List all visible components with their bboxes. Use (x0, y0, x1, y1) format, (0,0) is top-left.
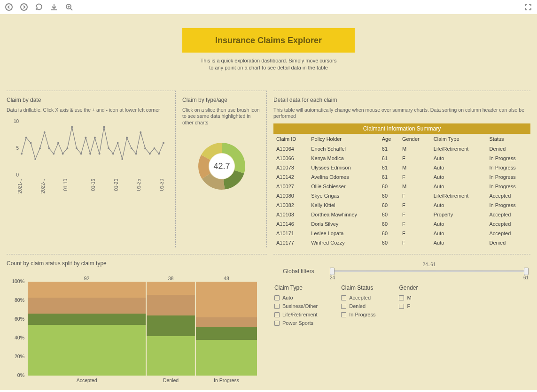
filter-option[interactable]: Power Sports (274, 320, 318, 326)
line-chart[interactable]: 05102021-..2022-..01-1001-1501-2001-2501… (7, 118, 166, 198)
filter-claim-type: Claim Type AutoBusiness/OtherLife/Retire… (274, 284, 318, 329)
fullscreen-icon[interactable] (524, 3, 532, 11)
panel-hint: This table will automatically change whe… (273, 107, 530, 120)
slider-label: Global filters (283, 268, 320, 275)
svg-text:42.7: 42.7 (213, 161, 230, 170)
svg-point-29 (126, 137, 128, 139)
svg-rect-63 (147, 282, 195, 295)
svg-point-13 (53, 153, 54, 155)
svg-text:60%: 60% (15, 316, 24, 322)
svg-point-28 (121, 158, 123, 160)
mekko-chart[interactable]: 0%20%40%60%80%100%92Accepted38Denied48In… (7, 274, 260, 387)
filter-option[interactable]: F (399, 303, 418, 309)
svg-point-16 (66, 147, 68, 149)
svg-text:Accepted: Accepted (77, 377, 97, 383)
svg-point-17 (71, 126, 73, 128)
svg-point-35 (154, 147, 156, 149)
svg-point-0 (6, 4, 12, 10)
svg-text:Denied: Denied (163, 377, 179, 383)
checkbox-icon (399, 295, 404, 300)
table-row[interactable]: A10080Skye Grigas60FLife/RetirementAccep… (273, 191, 530, 200)
title-ribbon: Insurance Claims Explorer (182, 28, 355, 53)
table-row[interactable]: A10066Kenya Modica61FAutoIn Progress (273, 154, 530, 163)
filter-option[interactable]: Business/Other (274, 303, 318, 309)
back-icon[interactable] (5, 3, 13, 11)
download-icon[interactable] (50, 3, 58, 11)
checkbox-icon (341, 312, 346, 317)
svg-text:In Progress: In Progress (214, 377, 239, 383)
table-row[interactable]: A10177Winfred Cozzy60FAutoDenied (273, 238, 530, 247)
table-row[interactable]: A10027Ollie Schiesser60MAutoIn Progress (273, 182, 530, 191)
svg-point-10 (39, 147, 41, 149)
filter-option[interactable]: Auto (274, 295, 318, 300)
svg-point-37 (163, 142, 164, 144)
svg-text:01-15: 01-15 (91, 179, 96, 191)
filter-option[interactable]: Accepted (341, 295, 375, 300)
panel-hint: Data is drillable. Click X axis & use th… (7, 107, 170, 114)
svg-rect-57 (28, 282, 146, 298)
svg-point-34 (149, 153, 151, 155)
svg-point-9 (34, 158, 36, 160)
col-header[interactable]: Policy Holder (308, 134, 379, 144)
svg-point-11 (44, 131, 46, 133)
svg-point-19 (80, 153, 82, 155)
svg-text:48: 48 (224, 276, 229, 281)
checkbox-icon (274, 295, 280, 300)
panel-claim-by-date: Claim by date Data is drillable. Click X… (7, 91, 176, 247)
table-row[interactable]: A10073Ulysses Edmison61MAutoIn Progress (273, 163, 530, 172)
filter-option[interactable]: Denied (341, 303, 375, 309)
table-row[interactable]: A10142Avelina Odomes61FAutoIn Progress (273, 172, 530, 182)
col-header[interactable]: Claim ID (273, 134, 308, 144)
svg-text:5: 5 (16, 146, 19, 151)
page-subtitle: This is a quick exploration dashboard. S… (7, 57, 530, 72)
svg-rect-69 (196, 282, 257, 317)
zoom-icon[interactable] (65, 3, 73, 11)
svg-point-23 (99, 153, 101, 155)
svg-text:20%: 20% (15, 354, 24, 359)
panel-filters: Global filters 24..61 24 61 Claim Type A… (273, 254, 530, 388)
table-row[interactable]: A10171Leslee Lopata60FAutoAccepted (273, 229, 530, 238)
svg-text:2022-..: 2022-.. (40, 179, 46, 193)
checkbox-icon (341, 295, 346, 300)
panel-type-age: Claim by type/age Click on a slice then … (182, 91, 267, 247)
page-title: Insurance Claims Explorer (215, 36, 322, 46)
svg-point-6 (21, 153, 23, 155)
col-header[interactable]: Status (486, 134, 530, 144)
claims-table[interactable]: Claim IDPolicy HolderAgeGenderClaim Type… (273, 134, 530, 247)
svg-text:80%: 80% (15, 297, 24, 303)
svg-rect-62 (147, 295, 195, 315)
svg-point-15 (62, 153, 64, 155)
svg-point-26 (112, 153, 114, 155)
svg-point-33 (144, 147, 146, 149)
filter-claim-status: Claim Status AcceptedDeniedIn Progress (341, 284, 375, 329)
refresh-icon[interactable] (35, 3, 43, 11)
age-slider[interactable]: 24..61 24 61 (330, 265, 529, 278)
filter-option[interactable]: M (399, 295, 418, 300)
svg-point-22 (94, 137, 96, 139)
table-row[interactable]: A10146Doris Silvey60FAutoAccepted (273, 219, 530, 229)
svg-point-36 (158, 153, 160, 155)
svg-rect-56 (28, 298, 146, 314)
table-row[interactable]: A10103Dorthea Mawhinney60FPropertyAccept… (273, 210, 530, 219)
col-header[interactable]: Claim Type (431, 134, 487, 144)
col-header[interactable]: Age (379, 134, 399, 144)
panel-title: Claim by type/age (182, 97, 261, 103)
panel-detail: Detail data for each claim This table wi… (273, 91, 530, 247)
svg-text:0: 0 (16, 172, 19, 177)
svg-text:01-10: 01-10 (63, 179, 68, 191)
table-row[interactable]: A10064Enoch Schaffel61MLife/RetirementDe… (273, 144, 530, 154)
panel-mekko: Count by claim status split by claim typ… (7, 254, 267, 388)
svg-text:38: 38 (168, 276, 174, 281)
filter-option[interactable]: Life/Retirement (274, 312, 318, 317)
table-row[interactable]: A10082Kelly Kittel60FAutoIn Progress (273, 200, 530, 210)
donut-chart[interactable]: 42.7 (191, 136, 252, 197)
checkbox-icon (274, 312, 280, 317)
svg-text:2021-..: 2021-.. (17, 179, 23, 193)
svg-text:100%: 100% (12, 278, 24, 284)
svg-rect-61 (147, 315, 195, 336)
svg-point-27 (117, 142, 119, 144)
panel-title: Claim by date (7, 97, 170, 103)
col-header[interactable]: Gender (399, 134, 431, 144)
forward-icon[interactable] (20, 3, 28, 11)
filter-option[interactable]: In Progress (341, 312, 375, 317)
